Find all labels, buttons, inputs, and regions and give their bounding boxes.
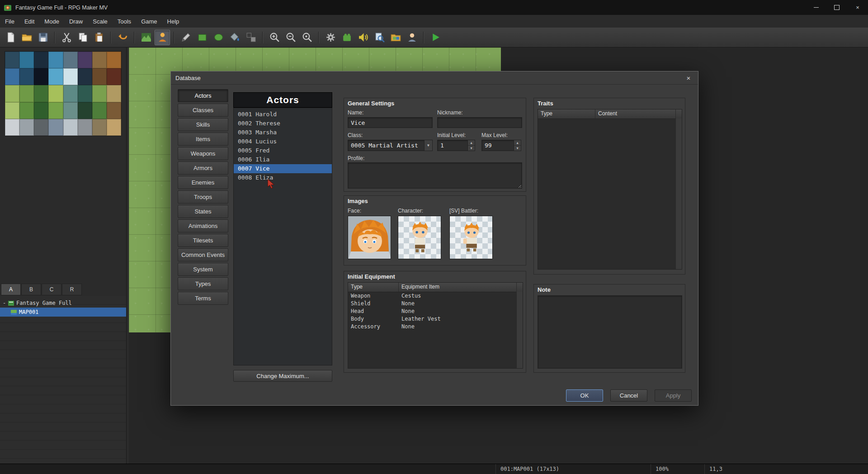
profile-textarea[interactable] xyxy=(348,162,522,189)
equipment-scrollbar[interactable] xyxy=(516,292,523,368)
db-tab-system[interactable]: System xyxy=(178,263,228,276)
menu-help[interactable]: Help xyxy=(162,16,184,27)
map-tree-root[interactable]: - Fantasy Game Full xyxy=(0,299,126,308)
db-tab-enemies[interactable]: Enemies xyxy=(178,176,228,189)
map-tree-item-map001[interactable]: MAP001 xyxy=(0,308,126,317)
shadow-pen-tool-icon[interactable] xyxy=(243,30,259,45)
db-tab-weapons[interactable]: Weapons xyxy=(178,147,228,160)
undo-icon[interactable] xyxy=(115,30,130,45)
actor-row-0003[interactable]: 0003 Marsha xyxy=(234,128,332,137)
db-tab-armors[interactable]: Armors xyxy=(178,161,228,175)
apply-button[interactable]: Apply xyxy=(655,389,692,402)
class-dropdown[interactable]: 0005 Martial Artist ▼ xyxy=(348,140,433,151)
db-tab-skills[interactable]: Skills xyxy=(178,118,228,131)
tileset-cell[interactable] xyxy=(34,52,48,68)
db-tab-types[interactable]: Types xyxy=(178,277,228,290)
save-project-icon[interactable] xyxy=(35,30,51,45)
menu-game[interactable]: Game xyxy=(136,16,162,27)
playtest-icon[interactable] xyxy=(428,30,443,45)
tileset-cell[interactable] xyxy=(34,85,48,102)
new-project-icon[interactable] xyxy=(3,30,18,45)
character-generator-icon[interactable] xyxy=(404,30,420,45)
tree-expander-icon[interactable]: - xyxy=(3,300,8,306)
change-maximum-button[interactable]: Change Maximum... xyxy=(233,370,332,382)
tileset-cell[interactable] xyxy=(19,85,34,102)
tileset-cell[interactable] xyxy=(48,119,63,136)
initial-level-stepper[interactable]: 1 ▲▼ xyxy=(437,140,475,151)
tileset-cell[interactable] xyxy=(107,85,121,102)
zoom-in-icon[interactable] xyxy=(267,30,282,45)
copy-icon[interactable] xyxy=(75,30,90,45)
resource-manager-icon[interactable] xyxy=(388,30,403,45)
plugin-manager-icon[interactable] xyxy=(339,30,354,45)
tileset-cell[interactable] xyxy=(92,68,107,85)
tileset-cell[interactable] xyxy=(92,119,107,136)
tileset-cell[interactable] xyxy=(5,68,19,85)
tileset-cell[interactable] xyxy=(107,52,121,68)
db-tab-actors[interactable]: Actors xyxy=(178,89,228,102)
tileset-cell[interactable] xyxy=(107,119,121,136)
paste-icon[interactable] xyxy=(91,30,107,45)
equipment-row-accessory[interactable]: AccessoryNone xyxy=(348,323,523,331)
spin-up-icon[interactable]: ▲ xyxy=(468,140,475,146)
spin-down-icon[interactable]: ▼ xyxy=(468,146,475,151)
db-tab-common-events[interactable]: Common Events xyxy=(178,248,228,261)
equipment-row-shield[interactable]: ShieldNone xyxy=(348,300,523,308)
name-input[interactable] xyxy=(348,117,433,128)
traits-scrollbar[interactable] xyxy=(675,118,682,269)
tileset-cell[interactable] xyxy=(78,119,92,136)
sv-battler-image[interactable] xyxy=(449,216,493,259)
tileset-cell[interactable] xyxy=(34,68,48,85)
tileset-cell[interactable] xyxy=(92,52,107,68)
menu-tools[interactable]: Tools xyxy=(113,16,136,27)
note-textarea[interactable] xyxy=(538,295,682,369)
ok-button[interactable]: OK xyxy=(566,389,603,402)
close-button[interactable]: × xyxy=(847,0,868,15)
spin-up-icon[interactable]: ▲ xyxy=(514,140,521,146)
zoom-out-icon[interactable] xyxy=(283,30,298,45)
tileset-cell[interactable] xyxy=(63,102,78,119)
palette-tab-b[interactable]: B xyxy=(21,284,41,295)
pencil-tool-icon[interactable] xyxy=(178,30,193,45)
tileset-cell[interactable] xyxy=(5,102,19,119)
max-level-stepper[interactable]: 99 ▲▼ xyxy=(481,140,521,151)
cancel-button[interactable]: Cancel xyxy=(610,389,647,402)
equipment-row-head[interactable]: HeadNone xyxy=(348,308,523,315)
dialog-close-icon[interactable]: × xyxy=(684,73,693,83)
actor-row-0008[interactable]: 0008 Eliza xyxy=(234,173,332,182)
event-searcher-icon[interactable] xyxy=(372,30,387,45)
db-tab-states[interactable]: States xyxy=(178,205,228,218)
chevron-down-icon[interactable]: ▼ xyxy=(424,140,432,151)
menu-scale[interactable]: Scale xyxy=(88,16,113,27)
actor-row-0001[interactable]: 0001 Harold xyxy=(234,110,332,119)
actor-row-0005[interactable]: 0005 Fred xyxy=(234,146,332,155)
palette-tab-r[interactable]: R xyxy=(62,284,82,295)
event-mode-icon[interactable] xyxy=(155,30,170,45)
map-mode-icon[interactable] xyxy=(138,30,154,45)
tileset-cell[interactable] xyxy=(34,102,48,119)
tileset-cell[interactable] xyxy=(78,85,92,102)
minimize-button[interactable] xyxy=(806,0,826,15)
tileset-cell[interactable] xyxy=(63,68,78,85)
tileset-palette[interactable] xyxy=(5,51,122,136)
palette-tab-a[interactable]: A xyxy=(1,284,21,295)
tileset-cell[interactable] xyxy=(63,52,78,68)
actor-row-0002[interactable]: 0002 Therese xyxy=(234,119,332,128)
options-gear-icon[interactable] xyxy=(323,30,338,45)
nickname-input[interactable] xyxy=(437,117,522,128)
db-tab-animations[interactable]: Animations xyxy=(178,219,228,232)
actor-row-0007-selected[interactable]: 0007 Vice xyxy=(234,164,332,173)
menu-mode[interactable]: Mode xyxy=(39,16,64,27)
spin-down-icon[interactable]: ▼ xyxy=(514,146,521,151)
equipment-row-body[interactable]: BodyLeather Vest xyxy=(348,315,523,323)
tileset-cell[interactable] xyxy=(34,119,48,136)
zoom-actual-size-icon[interactable] xyxy=(299,30,315,45)
tileset-cell[interactable] xyxy=(92,102,107,119)
palette-tab-c[interactable]: C xyxy=(42,284,61,295)
db-tab-items[interactable]: Items xyxy=(178,133,228,146)
open-project-icon[interactable] xyxy=(19,30,34,45)
tileset-cell[interactable] xyxy=(78,102,92,119)
traits-table[interactable]: Type Content xyxy=(538,109,682,270)
db-tab-classes[interactable]: Classes xyxy=(178,104,228,117)
tileset-cell[interactable] xyxy=(48,85,63,102)
